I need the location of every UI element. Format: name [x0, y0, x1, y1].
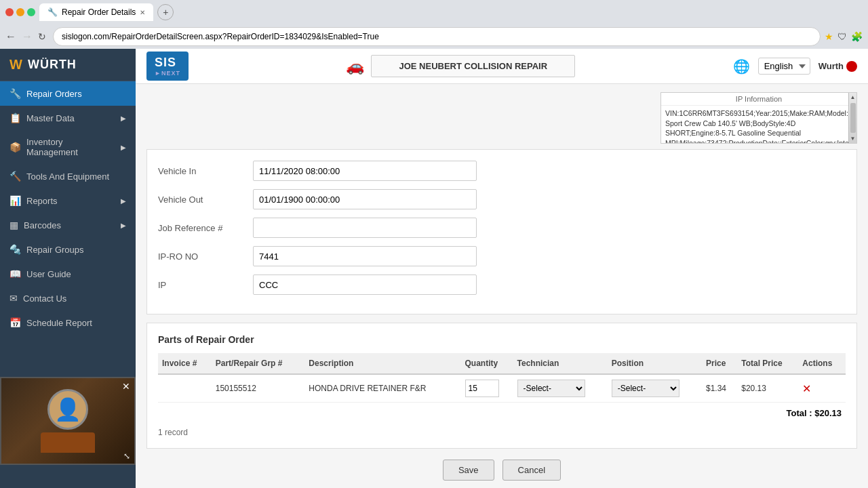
ip-info-box: IP Information VIN:1C6RR6MT3FS693154;Yea… — [660, 92, 857, 144]
repair-orders-icon: 🔧 — [9, 88, 21, 99]
schedule-report-icon: 📅 — [9, 317, 21, 328]
ip-input[interactable] — [253, 274, 477, 295]
webcam-person: 👤 — [41, 389, 95, 453]
sidebar-item-tools-equipment[interactable]: 🔨 Tools And Equipment — [0, 164, 136, 188]
sidebar-item-contact-us[interactable]: ✉ Contact Us — [0, 286, 136, 310]
sidebar-item-label: User Guide — [26, 269, 71, 279]
vehicle-in-input[interactable] — [253, 161, 477, 181]
wurth-logo-text: WÜRTH — [28, 58, 77, 72]
sidebar-item-repair-orders[interactable]: 🔧 Repair Orders — [0, 81, 136, 106]
topbar-center: 🚗 JOE NEUBERT COLLISION REPAIR — [197, 55, 725, 77]
table-row: 150155512 HONDA DRIVE RETAINER F&R -Sele… — [158, 374, 846, 403]
sis-text: SIS — [155, 56, 176, 69]
vehicle-out-row: Vehicle Out — [158, 189, 846, 209]
scrollbar[interactable]: ▲ ▼ — [848, 93, 856, 143]
car-icon: 🚗 — [346, 58, 364, 75]
wurth-logo-w: W — [9, 57, 22, 73]
sidebar-item-inventory-management[interactable]: 📦 Inventory Management ▶ — [0, 130, 136, 164]
main-content: IP Information VIN:1C6RR6MT3FS693154;Yea… — [136, 84, 868, 488]
col-price: Price — [702, 353, 737, 374]
vehicle-out-input[interactable] — [253, 189, 477, 209]
col-invoice: Invoice # — [158, 353, 212, 374]
user-guide-icon: 📖 — [9, 268, 21, 279]
ip-row: IP — [158, 274, 846, 295]
sidebar-item-label: Inventory Management — [26, 137, 115, 157]
col-part-grp: Part/Repair Grp # — [212, 353, 305, 374]
sis-logo: SIS ►NEXT — [146, 52, 189, 81]
total-row: Total : $20.13 — [158, 403, 846, 424]
shop-name-text: JOE NEUBERT COLLISION REPAIR — [399, 61, 547, 71]
delete-row-btn[interactable]: ✕ — [802, 382, 811, 395]
tab-close-btn[interactable]: ✕ — [140, 9, 145, 16]
sidebar-item-reports[interactable]: 📊 Reports ▶ — [0, 188, 136, 213]
cell-quantity — [461, 374, 513, 403]
sidebar-item-master-data[interactable]: 📋 Master Data ▶ — [0, 106, 136, 130]
tools-icon: 🔨 — [9, 171, 21, 182]
sidebar-item-label: Repair Orders — [26, 89, 82, 99]
sidebar-item-label: Schedule Report — [26, 318, 92, 328]
job-reference-input[interactable] — [253, 218, 477, 238]
job-reference-row: Job Reference # — [158, 218, 846, 238]
col-actions: Actions — [798, 353, 846, 374]
ip-ro-no-input[interactable] — [253, 246, 477, 266]
save-button[interactable]: Save — [443, 460, 494, 481]
position-select[interactable]: -Select- — [612, 380, 679, 397]
col-total-price: Total Price — [737, 353, 798, 374]
webcam-close-btn[interactable]: ✕ — [122, 381, 130, 392]
sis-sub-text: ►NEXT — [155, 70, 180, 77]
reports-icon: 📊 — [9, 195, 21, 206]
col-quantity: Quantity — [461, 353, 513, 374]
cell-actions: ✕ — [798, 374, 846, 403]
repair-groups-icon: 🔩 — [9, 244, 21, 255]
ip-info-label: IP Information — [661, 93, 856, 106]
topbar: SIS ►NEXT 🚗 JOE NEUBERT COLLISION REPAIR… — [136, 49, 868, 84]
webcam-overlay: ✕ 👤 ⤡ — [0, 377, 136, 465]
quantity-input[interactable] — [465, 380, 499, 397]
sidebar-item-label: Tools And Equipment — [26, 171, 109, 182]
cell-description: HONDA DRIVE RETAINER F&R — [304, 374, 460, 403]
vehicle-in-label: Vehicle In — [158, 166, 253, 176]
globe-icon: 🌐 — [733, 58, 750, 75]
chevron-right-icon: ▶ — [121, 222, 126, 229]
ip-label: IP — [158, 280, 253, 290]
user-name: Wurth — [818, 61, 844, 71]
job-reference-label: Job Reference # — [158, 223, 253, 233]
address-bar[interactable] — [53, 27, 821, 46]
reload-btn[interactable]: ↻ — [38, 31, 46, 42]
col-position: Position — [608, 353, 702, 374]
cancel-button[interactable]: Cancel — [502, 460, 561, 481]
tab-title: Repair Order Details — [62, 7, 136, 17]
cell-price: $1.34 — [702, 374, 737, 403]
ip-ro-no-row: IP-RO NO — [158, 246, 846, 266]
cell-technician: -Select- — [513, 374, 608, 403]
sidebar-item-user-guide[interactable]: 📖 User Guide — [0, 262, 136, 286]
user-dot — [846, 61, 857, 72]
back-btn[interactable]: ← — [5, 30, 16, 43]
col-description: Description — [304, 353, 460, 374]
webcam-expand-btn[interactable]: ⤡ — [123, 451, 130, 461]
chevron-right-icon: ▶ — [121, 144, 126, 151]
form-section: Vehicle In Vehicle Out Job Reference # I… — [146, 149, 857, 314]
cell-position: -Select- — [608, 374, 702, 403]
cell-total-price: $20.13 — [737, 374, 798, 403]
cell-invoice — [158, 374, 212, 403]
ip-info-content: VIN:1C6RR6MT3FS693154;Year:2015;Make:RAM… — [661, 106, 856, 143]
contact-us-icon: ✉ — [9, 293, 18, 304]
col-technician: Technician — [513, 353, 608, 374]
new-tab-btn[interactable]: + — [157, 4, 174, 20]
total-label: Total : — [787, 408, 812, 418]
technician-select[interactable]: -Select- — [517, 380, 585, 397]
vehicle-out-label: Vehicle Out — [158, 195, 253, 205]
sidebar-item-schedule-report[interactable]: 📅 Schedule Report — [0, 310, 136, 335]
shop-name-display: JOE NEUBERT COLLISION REPAIR — [371, 55, 575, 77]
language-select[interactable]: English — [758, 58, 810, 75]
browser-tab[interactable]: 🔧 Repair Order Details ✕ — [39, 3, 153, 21]
parts-title: Parts of Repair Order — [158, 334, 846, 345]
sidebar-item-label: Repair Groups — [26, 245, 84, 255]
sidebar-item-label: Barcodes — [24, 220, 61, 230]
parts-table: Invoice # Part/Repair Grp # Description … — [158, 353, 846, 403]
ip-info-row: IP Information VIN:1C6RR6MT3FS693154;Yea… — [146, 92, 857, 144]
sidebar-item-repair-groups[interactable]: 🔩 Repair Groups — [0, 237, 136, 262]
sidebar-item-barcodes[interactable]: ▦ Barcodes ▶ — [0, 213, 136, 237]
forward-btn[interactable]: → — [22, 30, 33, 43]
